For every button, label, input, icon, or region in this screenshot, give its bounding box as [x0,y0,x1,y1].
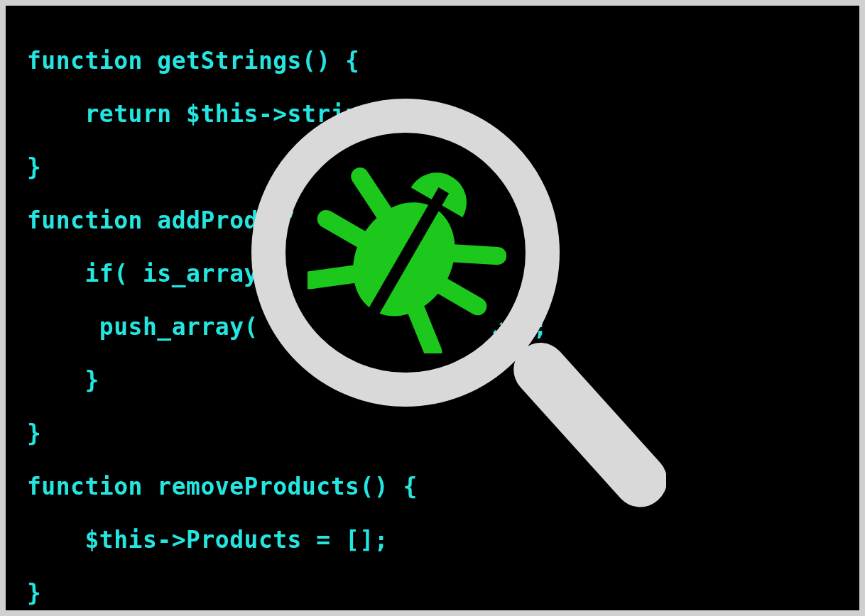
code-line-7: } [27,366,99,394]
code-line-11: } [27,579,41,607]
code-line-10: $this->Products = []; [27,526,388,554]
magnified-lens-content: ction ad ( is_ar [286,133,524,371]
code-line-1: function getStrings() { [27,47,359,75]
code-line-2: return $this->strings; [27,100,403,128]
code-line-9: function removeProducts() { [27,473,418,500]
code-line-3: } [27,153,41,181]
code-editor-frame: function getStrings() { return $this->st… [6,6,859,610]
code-line-8: } [27,419,41,447]
